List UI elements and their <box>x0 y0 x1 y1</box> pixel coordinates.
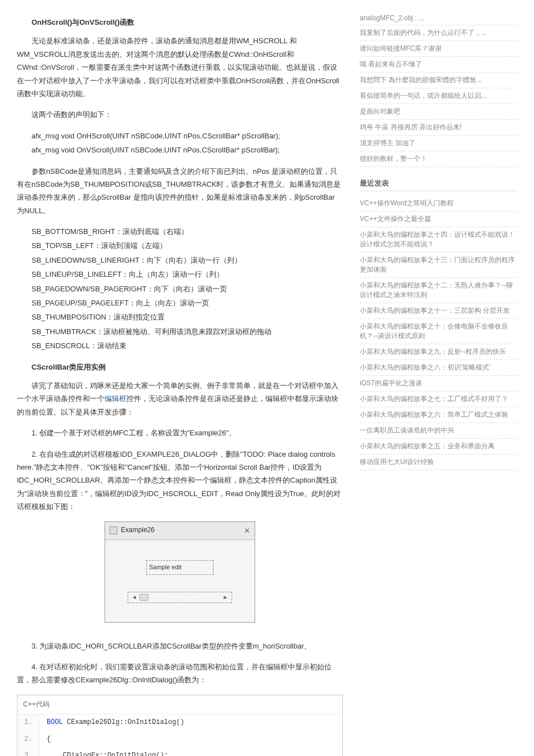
dialog-body: Sample edit ◄ ► <box>105 540 255 614</box>
code-text: { <box>40 731 57 748</box>
comment-item[interactable]: analogMFC_2.obj : ... <box>360 11 517 25</box>
post-link[interactable]: 小菜和大鸟的编程故事之十三：门面让程序员的程序更加体面 <box>360 256 515 273</box>
post-item[interactable]: 小菜和大鸟的编程故事之六：简单工厂模式之体验 <box>360 407 517 423</box>
recent-posts-list: VC++操作Word之简明入门教程VC++文件操作之最全篇小菜和大鸟的编程故事之… <box>360 196 517 470</box>
code-row: 3. CDialogEx::OnInitDialog(); <box>17 748 342 756</box>
post-item[interactable]: iOS7的扁平化之漫谈 <box>360 376 517 392</box>
comment-link[interactable]: 看似很简单的一句话，或许都能给人以启... <box>360 92 487 100</box>
close-icon: ✕ <box>244 524 250 537</box>
comment-link[interactable]: 哦 看起来有点不懂了 <box>360 60 422 68</box>
comment-link[interactable]: 是面向对象吧 <box>360 107 400 115</box>
post-link[interactable]: 小菜和大鸟的编程故事之七：工厂模式不好用了？ <box>360 395 508 403</box>
edit-box-link[interactable]: 编辑框 <box>105 394 126 403</box>
post-link[interactable]: 小菜和大鸟的编程故事之十：会修电脑不会修收音机？--谈设计模式原则 <box>360 322 508 340</box>
code-header: C++代码 <box>17 695 342 715</box>
const-line: SB_PAGEUP/SB_PAGELEFT：向上（向左）滚动一页 <box>17 296 343 309</box>
sidebar-section-title: 最近发表 <box>360 178 517 191</box>
arrow-right-icon: ► <box>223 592 228 602</box>
post-item[interactable]: 小菜和大鸟的编程故事之十四：设计模式不能戏说！设计模式怎就不能戏说？ <box>360 227 517 253</box>
post-link[interactable]: 一位离职员工谈谈危机中的中兴 <box>360 426 454 434</box>
post-item[interactable]: 小菜和大鸟的编程故事之十三：门面让程序员的程序更加体面 <box>360 253 517 278</box>
step: 4. 在对话框初始化时，我们需要设置滚动条的滚动范围和初始位置，并在编辑框中显示… <box>17 660 343 687</box>
post-item[interactable]: 小菜和大鸟的编程故事之十二：无熟人难办事？--聊设计模式之迪米特法则 <box>360 278 517 303</box>
comment-link[interactable]: 请问如何链接MFC库？谢谢 <box>360 44 442 52</box>
comment-link[interactable]: 我复制了后面的代码，为什么运行不了，... <box>360 29 487 37</box>
post-link[interactable]: VC++操作Word之简明入门教程 <box>360 199 454 207</box>
post-item[interactable]: VC++文件操作之最全篇 <box>360 212 517 227</box>
code-text: BOOL CExample26Dlg::OnInitDialog() <box>40 714 191 731</box>
comment-item[interactable]: 鸡爷 牛逼 再接再厉 弄出好作品来! <box>360 120 517 136</box>
post-link[interactable]: 小菜和大鸟的编程故事之十四：设计模式不能戏说！设计模式怎就不能戏说？ <box>360 231 515 248</box>
sidebar: analogMFC_2.obj : ...我复制了后面的代码，为什么运行不了，.… <box>360 11 517 756</box>
code-block: C++代码 1.BOOL CExample26Dlg::OnInitDialog… <box>17 695 343 756</box>
comment-link[interactable]: analogMFC_2.obj : ... <box>360 14 424 22</box>
dialog-titlebar: Example26 ✕ <box>105 522 255 540</box>
comment-link[interactable]: 很好的教材，赞一个！ <box>360 155 427 163</box>
code-row: 2.{ <box>17 731 342 748</box>
const-line: SB_ENDSCROLL：滚动结束 <box>17 339 343 352</box>
comment-list: analogMFC_2.obj : ...我复制了后面的代码，为什么运行不了，.… <box>360 11 517 167</box>
const-line: SB_LINEDOWN/SB_LINERIGHT：向下（向右）滚动一行（列） <box>17 254 343 267</box>
comment-link[interactable]: 鸡爷 牛逼 再接再厉 弄出好作品来! <box>360 123 461 131</box>
post-link[interactable]: 小菜和大鸟的编程故事之十一：三层架构 分层开发 <box>360 307 510 314</box>
line-number: 1. <box>17 714 40 731</box>
paragraph: 无论是标准滚动条，还是滚动条控件，滚动条的通知消息都是用WM_HSCROLL 和… <box>17 34 343 100</box>
comment-link[interactable]: 顶支持博主 加油了 <box>360 139 415 147</box>
step: 2. 在自动生成的对话框模板IDD_EXAMPLE26_DIALOG中，删除"T… <box>17 448 343 514</box>
section-heading: OnHScroll()与OnVScroll()函数 <box>17 16 343 29</box>
post-item[interactable]: 小菜和大鸟的编程故事之八：初识'策略模式' <box>360 360 517 376</box>
post-link[interactable]: 小菜和大鸟的编程故事之八：初识'策略模式' <box>360 363 491 371</box>
comment-item[interactable]: 我复制了后面的代码，为什么运行不了，... <box>360 25 517 41</box>
paragraph: 这两个函数的声明如下： <box>17 108 343 121</box>
post-item[interactable]: 小菜和大鸟的编程故事之十：会修电脑不会修收音机？--谈设计模式原则 <box>360 319 517 344</box>
step: 1. 创建一个基于对话框的MFC工程，名称设置为"Example26"。 <box>17 426 343 439</box>
dialog-title-text: Example26 <box>121 524 155 537</box>
code-text: CDialogEx::OnInitDialog(); <box>40 748 175 756</box>
line-number: 2. <box>17 731 40 748</box>
post-item[interactable]: 一位离职员工谈谈危机中的中兴 <box>360 423 517 439</box>
step: 3. 为滚动条IDC_HORI_SCROLLBAR添加CScrollBar类型的… <box>17 640 343 652</box>
code-body: 1.BOOL CExample26Dlg::OnInitDialog() 2.{… <box>17 714 342 756</box>
comment-item[interactable]: 很好的教材，赞一个！ <box>360 151 517 167</box>
post-link[interactable]: 小菜和大鸟的编程故事之五：业务和界面分离 <box>360 442 495 450</box>
const-line: SB_PAGEDOWN/SB_PAGERIGHT：向下（向右）滚动一页 <box>17 282 343 295</box>
code-signature: afx_msg void OnVScroll(UINT nSBCode,UINT… <box>17 143 343 156</box>
post-item[interactable]: 小菜和大鸟的编程故事之五：业务和界面分离 <box>360 439 517 454</box>
comment-link[interactable]: 我想問下 為什麼我的那個宋體的字體無... <box>360 76 482 84</box>
comment-item[interactable]: 请问如何链接MFC库？谢谢 <box>360 41 517 57</box>
comment-item[interactable]: 哦 看起来有点不懂了 <box>360 57 517 73</box>
const-line: SB_LINEUP/SB_LINELEFT：向上（向左）滚动一行（列） <box>17 268 343 281</box>
post-link[interactable]: 小菜和大鸟的编程故事之十二：无熟人难办事？--聊设计模式之迪米特法则 <box>360 281 513 299</box>
article-body: OnHScroll()与OnVScroll()函数 无论是标准滚动条，还是滚动条… <box>17 11 343 756</box>
post-item[interactable]: 小菜和大鸟的编程故事之七：工厂模式不好用了？ <box>360 392 517 407</box>
post-item[interactable]: 小菜和大鸟的编程故事之十一：三层架构 分层开发 <box>360 303 517 319</box>
section-heading: CScrollBar类应用实例 <box>17 361 343 374</box>
arrow-left-icon: ◄ <box>132 592 137 602</box>
comment-item[interactable]: 顶支持博主 加油了 <box>360 136 517 151</box>
const-line: SB_THUMBTRACK：滚动框被拖动。可利用该消息来跟踪对滚动框的拖动 <box>17 325 343 338</box>
post-link[interactable]: 小菜和大鸟的编程故事之九：反射--程序员的快乐 <box>360 348 506 356</box>
post-item[interactable]: VC++操作Word之简明入门教程 <box>360 196 517 212</box>
code-signature: afx_msg void OnHScroll(UINT nSBCode,UINT… <box>17 129 343 142</box>
comment-item[interactable]: 看似很简单的一句话，或许都能给人以启... <box>360 88 517 104</box>
scroll-thumb <box>139 594 148 601</box>
sample-edit-box: Sample edit <box>146 560 214 575</box>
const-line: SB_TOP/SB_LEFT：滚动到顶端（左端） <box>17 239 343 252</box>
post-link[interactable]: 移动应用七大UI设计经验 <box>360 458 434 466</box>
paragraph: 参数nSBCode是通知消息码，主要通知码及含义的介绍下面已列出。nPos 是滚… <box>17 165 343 218</box>
post-link[interactable]: VC++文件操作之最全篇 <box>360 215 431 223</box>
post-link[interactable]: iOS7的扁平化之漫谈 <box>360 379 422 387</box>
comment-item[interactable]: 我想問下 為什麼我的那個宋體的字體無... <box>360 73 517 88</box>
line-number: 3. <box>17 748 40 756</box>
post-link[interactable]: 小菜和大鸟的编程故事之六：简单工厂模式之体验 <box>360 411 508 418</box>
const-line: SB_THUMBPOSITION：滚动到指定位置 <box>17 310 343 323</box>
post-item[interactable]: 小菜和大鸟的编程故事之九：反射--程序员的快乐 <box>360 344 517 360</box>
post-item[interactable]: 移动应用七大UI设计经验 <box>360 454 517 470</box>
code-row: 1.BOOL CExample26Dlg::OnInitDialog() <box>17 714 342 731</box>
code-rest: CExample26Dlg::OnInitDialog() <box>67 718 184 726</box>
paragraph: 讲完了基础知识，鸡啄米还是给大家一个简单的实例。例子非常简单，就是在一个对话框中… <box>17 379 343 418</box>
horizontal-scrollbar: ◄ ► <box>128 592 232 603</box>
comment-item[interactable]: 是面向对象吧 <box>360 104 517 120</box>
dialog-screenshot: Example26 ✕ Sample edit ◄ ► <box>105 521 255 623</box>
const-line: SB_BOTTOM/SB_RIGHT：滚动到底端（右端） <box>17 225 343 238</box>
